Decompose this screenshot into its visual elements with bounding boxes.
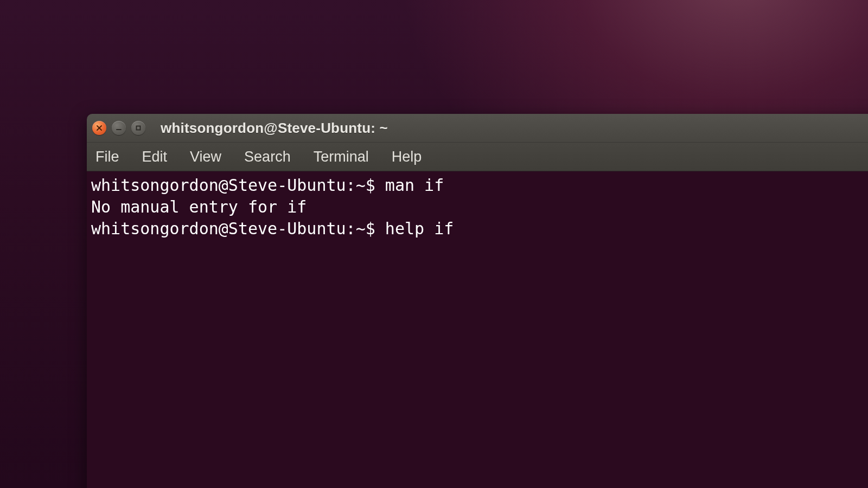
close-icon [96, 125, 103, 131]
terminal-output[interactable]: whitsongordon@Steve-Ubuntu:~$ man ifNo m… [87, 171, 868, 488]
menubar: File Edit View Search Terminal Help [87, 143, 868, 171]
window-title: whitsongordon@Steve-Ubuntu: ~ [161, 120, 388, 137]
menu-view[interactable]: View [188, 146, 224, 168]
minimize-icon [116, 125, 122, 131]
maximize-icon [135, 125, 142, 131]
window-controls [92, 121, 145, 135]
menu-search[interactable]: Search [242, 146, 293, 168]
window-titlebar[interactable]: whitsongordon@Steve-Ubuntu: ~ [87, 114, 868, 143]
close-button[interactable] [92, 121, 106, 135]
menu-file[interactable]: File [93, 146, 122, 168]
minimize-button[interactable] [112, 121, 126, 135]
terminal-command-line: whitsongordon@Steve-Ubuntu:~$ man if [91, 175, 868, 196]
terminal-window: whitsongordon@Steve-Ubuntu: ~ File Edit … [87, 114, 868, 488]
menu-terminal[interactable]: Terminal [311, 146, 371, 168]
menu-edit[interactable]: Edit [140, 146, 170, 168]
menu-help[interactable]: Help [390, 146, 424, 168]
maximize-button[interactable] [131, 121, 145, 135]
desktop-background: whitsongordon@Steve-Ubuntu: ~ File Edit … [0, 0, 868, 488]
terminal-command-line: whitsongordon@Steve-Ubuntu:~$ help if [91, 218, 868, 240]
terminal-output-line: No manual entry for if [91, 196, 868, 218]
svg-rect-3 [137, 126, 141, 130]
